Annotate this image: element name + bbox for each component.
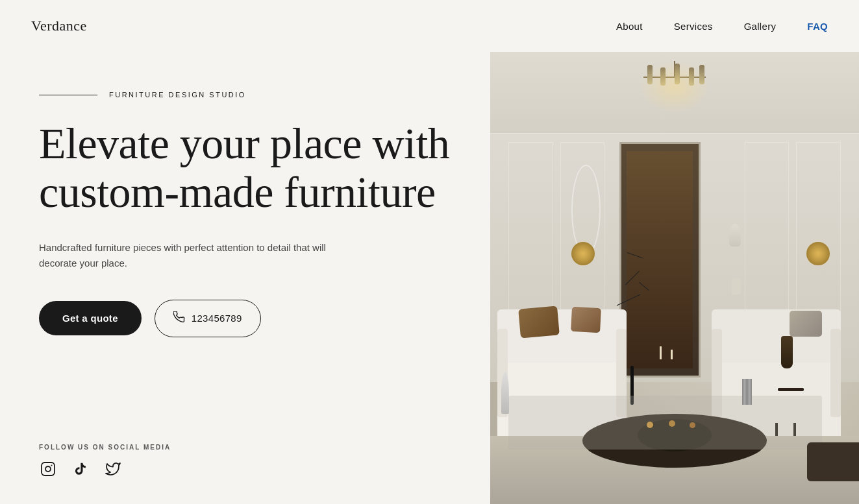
social-section: FOLLOW US ON SOCIAL MEDIA (39, 444, 451, 478)
svg-point-1 (45, 466, 51, 472)
nav-about[interactable]: About (616, 21, 643, 32)
nav-gallery[interactable]: Gallery (744, 21, 777, 32)
bust-decoration (729, 224, 741, 246)
instagram-icon[interactable] (39, 460, 57, 478)
svg-rect-0 (42, 462, 55, 475)
main-layout: FURNITURE DESIGN STUDIO Elevate your pla… (0, 52, 859, 504)
hero-headline: Elevate your place with custom-made furn… (39, 119, 451, 217)
hero-description: Handcrafted furniture pieces with perfec… (39, 240, 351, 271)
pillow-decoration (519, 306, 560, 339)
brand-logo[interactable]: Verdance (31, 18, 87, 34)
phone-icon (173, 311, 185, 326)
svg-point-2 (51, 465, 53, 466)
vase-decoration (781, 336, 793, 368)
get-quote-button[interactable]: Get a quote (39, 301, 142, 335)
subtitle-line-decoration (39, 95, 97, 95)
subtitle-row: FURNITURE DESIGN STUDIO (39, 91, 451, 99)
sconce-right-decoration (806, 242, 830, 265)
hero-subtitle: FURNITURE DESIGN STUDIO (109, 91, 246, 99)
hero-room-image (490, 52, 859, 504)
nav-services[interactable]: Services (674, 21, 713, 32)
social-icons-row (39, 460, 451, 478)
social-label: FOLLOW US ON SOCIAL MEDIA (39, 444, 451, 451)
sconce-left-decoration (571, 242, 595, 265)
main-nav: About Services Gallery FAQ (616, 21, 828, 32)
nav-faq[interactable]: FAQ (807, 21, 828, 32)
chandelier-decoration (636, 61, 714, 113)
twitter-icon[interactable] (104, 460, 122, 478)
hero-image-panel (490, 52, 859, 504)
phone-number: 123456789 (192, 313, 242, 324)
cta-row: Get a quote 123456789 (39, 300, 451, 337)
hero-left-panel: FURNITURE DESIGN STUDIO Elevate your pla… (0, 52, 490, 504)
tiktok-icon[interactable] (71, 460, 90, 478)
phone-button[interactable]: 123456789 (155, 300, 261, 337)
header: Verdance About Services Gallery FAQ (0, 0, 859, 52)
